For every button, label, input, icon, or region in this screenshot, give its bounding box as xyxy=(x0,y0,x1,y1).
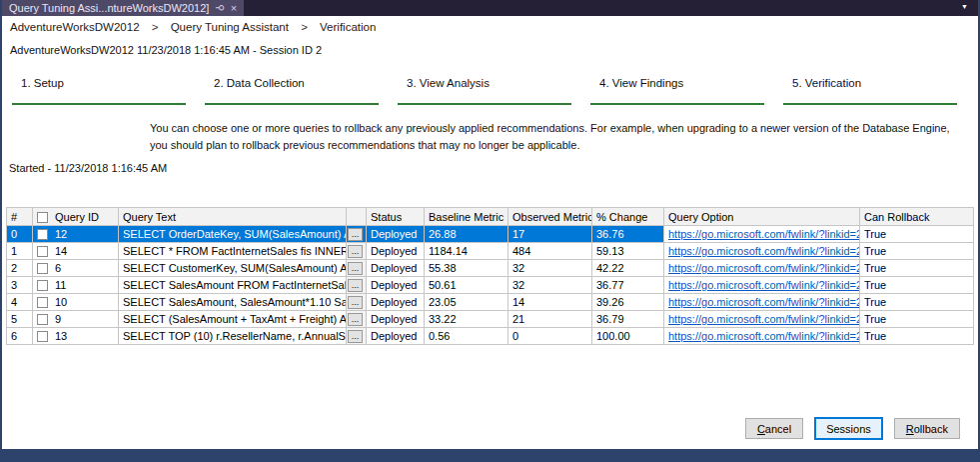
query-option-link[interactable]: https://go.microsoft.com/fwlink/?linkid=… xyxy=(668,228,860,240)
cell-baseline-metric: 33.22 xyxy=(425,311,508,328)
cell-query-id: 6 xyxy=(33,260,119,277)
cell-status: Deployed xyxy=(367,260,425,277)
cell-percent-change: 42.22 xyxy=(592,260,664,277)
query-option-link[interactable]: https://go.microsoft.com/fwlink/?linkid=… xyxy=(668,262,860,274)
expand-query-text-button[interactable]: ... xyxy=(348,296,363,309)
query-option-link[interactable]: https://go.microsoft.com/fwlink/?linkid=… xyxy=(668,279,860,291)
qta-content: AdventureWorksDW2012 > Query Tuning Assi… xyxy=(2,16,978,449)
column-header-query-text[interactable]: Query Text xyxy=(119,208,347,226)
query-option-link[interactable]: https://go.microsoft.com/fwlink/?linkid=… xyxy=(668,245,860,257)
cell-query-text: SELECT (SalesAmount + TaxAmt + Freight) … xyxy=(119,311,347,328)
query-id-value: 6 xyxy=(55,262,61,274)
cell-row-index: 6 xyxy=(7,328,33,345)
document-tab[interactable]: Query Tuning Assi...ntureWorksDW2012] ⚲ … xyxy=(2,0,244,16)
wizard-step-view-findings: 4. View Findings xyxy=(586,77,779,105)
qta-window: Query Tuning Assi...ntureWorksDW2012] ⚲ … xyxy=(0,0,980,462)
cell-baseline-metric: 26.88 xyxy=(425,226,508,243)
rollback-button[interactable]: Rollback xyxy=(894,418,960,439)
cell-status: Deployed xyxy=(367,294,425,311)
column-header-expand[interactable] xyxy=(347,208,367,226)
cell-status: Deployed xyxy=(367,328,425,345)
cell-can-rollback: True xyxy=(860,277,974,294)
cell-observed-metric: 14 xyxy=(508,294,592,311)
breadcrumb-item-query-tuning-assistant[interactable]: Query Tuning Assistant xyxy=(171,21,289,33)
column-header-observed-metric[interactable]: Observed Metric xyxy=(508,208,592,226)
column-header-percent-change[interactable]: % Change xyxy=(592,208,664,226)
cell-observed-metric: 17 xyxy=(508,226,592,243)
query-option-link[interactable]: https://go.microsoft.com/fwlink/?linkid=… xyxy=(668,330,860,342)
table-row[interactable]: 3 11 SELECT SalesAmount FROM FactInterne… xyxy=(7,277,974,294)
cell-status: Deployed xyxy=(367,226,425,243)
row-checkbox[interactable] xyxy=(37,331,48,342)
expand-query-text-button[interactable]: ... xyxy=(348,262,363,275)
row-checkbox[interactable] xyxy=(37,263,48,274)
expand-query-text-button[interactable]: ... xyxy=(348,330,363,343)
table-row[interactable]: 1 14 SELECT * FROM FactInternetSales fis… xyxy=(7,243,974,260)
query-id-value: 14 xyxy=(55,245,67,257)
column-header-query-option[interactable]: Query Option xyxy=(664,208,860,226)
row-checkbox[interactable] xyxy=(37,297,48,308)
close-tab-icon[interactable]: × xyxy=(231,0,237,16)
queries-table: # Query ID Query Text Status Baseline Me… xyxy=(6,207,974,345)
column-header-can-rollback[interactable]: Can Rollback xyxy=(860,208,974,226)
query-option-link[interactable]: https://go.microsoft.com/fwlink/?linkid=… xyxy=(668,313,860,325)
query-table-body: 0 12 SELECT OrderDateKey, SUM(SalesAmoun… xyxy=(7,226,974,345)
cancel-button[interactable]: Cancel xyxy=(745,418,803,439)
pin-icon[interactable]: ⚲ xyxy=(212,4,228,11)
row-checkbox[interactable] xyxy=(37,280,48,291)
cell-query-id: 11 xyxy=(33,277,119,294)
column-header-index[interactable]: # xyxy=(7,208,33,226)
cell-query-option: https://go.microsoft.com/fwlink/?linkid=… xyxy=(664,311,860,328)
footer-buttons: Cancel Sessions Rollback xyxy=(745,417,960,440)
cell-percent-change: 36.76 xyxy=(592,226,664,243)
cell-observed-metric: 21 xyxy=(508,311,592,328)
cell-query-option: https://go.microsoft.com/fwlink/?linkid=… xyxy=(664,226,860,243)
cell-percent-change: 39.26 xyxy=(592,294,664,311)
table-row[interactable]: 4 10 SELECT SalesAmount, SalesAmount*1.1… xyxy=(7,294,974,311)
cell-observed-metric: 32 xyxy=(508,260,592,277)
expand-query-text-button[interactable]: ... xyxy=(348,245,363,258)
tab-list-dropdown-icon[interactable]: ▼ xyxy=(961,0,978,16)
cell-expand: ... xyxy=(347,311,367,328)
table-row[interactable]: 0 12 SELECT OrderDateKey, SUM(SalesAmoun… xyxy=(7,226,974,243)
cell-expand: ... xyxy=(347,294,367,311)
expand-query-text-button[interactable]: ... xyxy=(348,228,363,241)
breadcrumb-item-verification[interactable]: Verification xyxy=(320,21,376,33)
column-header-query-id[interactable]: Query ID xyxy=(33,208,119,226)
cell-can-rollback: True xyxy=(860,311,974,328)
wizard-step-setup: 1. Setup xyxy=(8,77,201,105)
cell-baseline-metric: 55.38 xyxy=(425,260,508,277)
expand-query-text-button[interactable]: ... xyxy=(348,313,363,326)
cell-can-rollback: True xyxy=(860,328,974,345)
cell-expand: ... xyxy=(347,243,367,260)
cell-query-option: https://go.microsoft.com/fwlink/?linkid=… xyxy=(664,294,860,311)
cell-query-id: 9 xyxy=(33,311,119,328)
wizard-step-label: 2. Data Collection xyxy=(201,77,394,89)
row-checkbox[interactable] xyxy=(37,314,48,325)
cell-query-text: SELECT SalesAmount FROM FactInternetSale… xyxy=(119,277,347,294)
table-row[interactable]: 5 9 SELECT (SalesAmount + TaxAmt + Freig… xyxy=(7,311,974,328)
select-all-checkbox[interactable] xyxy=(37,212,48,223)
cell-can-rollback: True xyxy=(860,243,974,260)
wizard-step-underline xyxy=(590,103,764,105)
cell-can-rollback: True xyxy=(860,260,974,277)
column-header-baseline-metric[interactable]: Baseline Metric xyxy=(425,208,508,226)
expand-query-text-button[interactable]: ... xyxy=(348,279,363,292)
cell-status: Deployed xyxy=(367,311,425,328)
breadcrumb-separator: > xyxy=(301,21,308,33)
cell-expand: ... xyxy=(347,328,367,345)
cell-baseline-metric: 50.61 xyxy=(425,277,508,294)
row-checkbox[interactable] xyxy=(37,229,48,240)
breadcrumb-item-database[interactable]: AdventureWorksDW2012 xyxy=(10,21,140,33)
table-row[interactable]: 2 6 SELECT CustomerKey, SUM(SalesAmount)… xyxy=(7,260,974,277)
cell-query-option: https://go.microsoft.com/fwlink/?linkid=… xyxy=(664,328,860,345)
table-row[interactable]: 6 13 SELECT TOP (10) r.ResellerName, r.A… xyxy=(7,328,974,345)
sessions-button[interactable]: Sessions xyxy=(814,417,883,440)
cell-observed-metric: 484 xyxy=(508,243,592,260)
query-option-link[interactable]: https://go.microsoft.com/fwlink/?linkid=… xyxy=(668,296,860,308)
column-header-status[interactable]: Status xyxy=(367,208,425,226)
cell-percent-change: 100.00 xyxy=(592,328,664,345)
row-checkbox[interactable] xyxy=(37,246,48,257)
cell-can-rollback: True xyxy=(860,226,974,243)
wizard-step-underline xyxy=(12,103,186,105)
